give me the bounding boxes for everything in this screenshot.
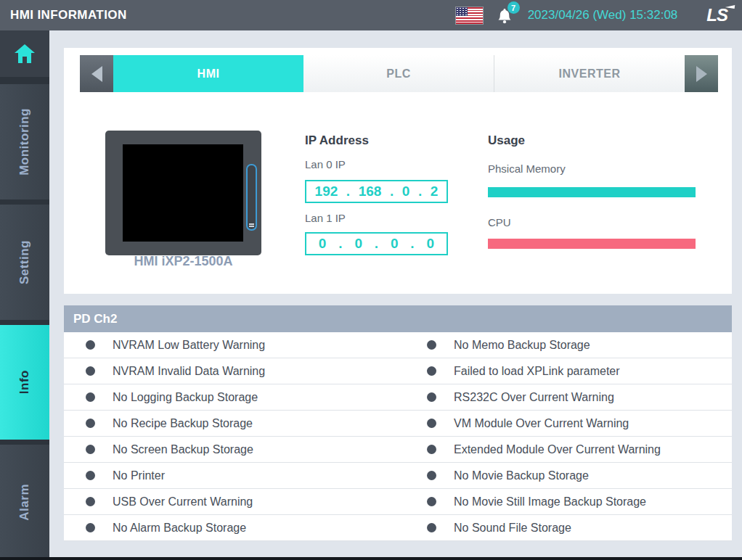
lan0-ip-field[interactable]: 192 . 168 . 0 . 2 xyxy=(305,180,448,203)
ip-octet: 0 xyxy=(426,236,434,252)
status-label: Extended Module Over Current Warning xyxy=(454,443,661,456)
status-dot-icon xyxy=(86,340,95,350)
status-dot-icon xyxy=(86,366,95,376)
status-label: NVRAM Invalid Data Warning xyxy=(113,365,265,378)
status-column-right: No Memo Backup Storage Failed to load XP… xyxy=(398,332,732,541)
status-row: USB Over Current Warning xyxy=(64,489,398,515)
ip-separator: . xyxy=(390,184,394,199)
status-label: No Sound File Storage xyxy=(454,522,571,535)
sidebar-item-setting[interactable]: Setting xyxy=(0,205,49,320)
status-row: No Recipe Backup Storage xyxy=(64,411,398,437)
status-row: Failed to load XPLink parameter xyxy=(398,358,732,384)
status-row: No Alarm Backup Storage xyxy=(64,515,398,541)
ip-separator: . xyxy=(410,236,414,252)
status-row: No Movie Backup Storage xyxy=(398,463,732,489)
topbar-right-cluster: 7 2023/04/26 (Wed) 15:32:08 LS xyxy=(456,5,732,25)
cpu-usage-bar xyxy=(488,239,696,249)
status-label: No Movie Still Image Backup Storage xyxy=(454,495,646,508)
sidebar-item-label: Monitoring xyxy=(17,108,32,176)
status-row: NVRAM Low Battery Warning xyxy=(64,332,398,358)
sidebar-item-monitoring[interactable]: Monitoring xyxy=(0,84,49,199)
info-panel: HMI PLC INVERTER HMI iXP2-1500A IP Addre… xyxy=(64,48,732,294)
ip-octet: 0 xyxy=(319,236,327,252)
ip-separator: . xyxy=(375,236,378,252)
status-dot-icon xyxy=(427,523,436,532)
status-dot-icon xyxy=(427,392,436,402)
ip-octet: 2 xyxy=(431,184,439,199)
sidebar-item-label: Info xyxy=(17,370,32,394)
status-label: NVRAM Low Battery Warning xyxy=(113,339,265,352)
ls-logo: LS xyxy=(706,5,732,25)
cpu-usage-label: CPU xyxy=(488,216,511,228)
status-label: USB Over Current Warning xyxy=(113,495,253,508)
status-label: No Logging Backup Storage xyxy=(113,391,258,404)
status-dot-icon xyxy=(86,445,95,454)
ip-octet: 192 xyxy=(315,184,338,199)
lan1-label: Lan 1 IP xyxy=(305,212,346,224)
status-dot-icon xyxy=(86,471,95,480)
status-row: NVRAM Invalid Data Warning xyxy=(64,358,398,384)
notification-bell[interactable]: 7 xyxy=(496,5,515,25)
status-label: No Memo Backup Storage xyxy=(454,339,590,352)
status-dot-icon xyxy=(86,497,95,506)
status-dot-icon xyxy=(86,419,95,428)
status-row: RS232C Over Current Warning xyxy=(398,384,732,411)
chevron-right-icon xyxy=(696,66,707,82)
status-label: Failed to load XPLink parameter xyxy=(454,365,620,378)
status-dot-icon xyxy=(427,445,436,454)
status-label: No Movie Backup Storage xyxy=(454,469,589,482)
datetime-display: 2023/04/26 (Wed) 15:32:08 xyxy=(528,8,678,22)
language-flag-icon[interactable] xyxy=(456,7,483,24)
ip-octet: 0 xyxy=(354,236,362,252)
ip-octet: 0 xyxy=(402,184,410,199)
status-list: NVRAM Low Battery Warning NVRAM Invalid … xyxy=(64,332,732,541)
sidebar: Monitoring Setting Info Alarm xyxy=(0,30,49,560)
device-tabbar: HMI PLC INVERTER xyxy=(80,55,718,92)
tab-scroll-right-button[interactable] xyxy=(685,55,718,92)
tab-inverter[interactable]: INVERTER xyxy=(494,55,685,92)
status-dot-icon xyxy=(427,497,436,506)
status-label: No Alarm Backup Storage xyxy=(113,522,246,535)
tab-scroll-left-button[interactable] xyxy=(80,55,113,92)
sidebar-item-info[interactable]: Info xyxy=(0,325,49,440)
status-row: No Printer xyxy=(64,463,398,489)
usage-section-title: Usage xyxy=(488,133,525,148)
memory-usage-fill xyxy=(488,187,696,197)
sidebar-item-alarm[interactable]: Alarm xyxy=(0,445,49,560)
status-row: Extended Module Over Current Warning xyxy=(398,437,732,463)
status-column-left: NVRAM Low Battery Warning NVRAM Invalid … xyxy=(64,332,398,541)
hmi-device-image xyxy=(105,131,261,255)
tab-plc[interactable]: PLC xyxy=(303,55,494,92)
status-dot-icon xyxy=(427,471,436,480)
status-dot-icon xyxy=(427,366,436,376)
lan0-label: Lan 0 IP xyxy=(305,158,346,170)
sidebar-home-button[interactable] xyxy=(0,30,49,77)
ip-octet: 0 xyxy=(391,236,399,252)
ip-separator: . xyxy=(346,184,350,199)
ip-octet: 168 xyxy=(359,184,382,199)
status-label: VM Module Over Current Warning xyxy=(454,417,629,430)
topbar: HMI INFORMATION 7 2023/04/26 (Wed) 15:32… xyxy=(0,0,742,30)
hmi-information-screen: HMI INFORMATION 7 2023/04/26 (Wed) 15:32… xyxy=(0,0,742,560)
status-row: No Memo Backup Storage xyxy=(398,332,732,358)
lan1-ip-field[interactable]: 0 . 0 . 0 . 0 xyxy=(305,232,448,255)
status-row: VM Module Over Current Warning xyxy=(398,411,732,437)
notification-badge: 7 xyxy=(507,1,520,14)
status-label: No Screen Backup Storage xyxy=(113,443,253,456)
screen-bottom-edge xyxy=(0,557,742,560)
status-section-header: PD Ch2 xyxy=(64,305,732,332)
sidebar-item-label: Setting xyxy=(17,240,32,284)
memory-usage-label: Phsical Memory xyxy=(488,162,566,175)
ip-section-title: IP Address xyxy=(305,133,369,148)
status-label: No Printer xyxy=(113,469,165,482)
status-label: No Recipe Backup Storage xyxy=(113,417,253,430)
status-label: RS232C Over Current Warning xyxy=(454,391,614,404)
status-dot-icon xyxy=(86,392,95,402)
status-dot-icon xyxy=(427,340,436,350)
status-dot-icon xyxy=(427,419,436,428)
sidebar-item-label: Alarm xyxy=(17,484,32,521)
device-model-label: HMI iXP2-1500A xyxy=(105,254,261,269)
tab-hmi[interactable]: HMI xyxy=(113,55,303,92)
memory-usage-bar xyxy=(488,187,696,197)
home-icon xyxy=(13,43,36,65)
